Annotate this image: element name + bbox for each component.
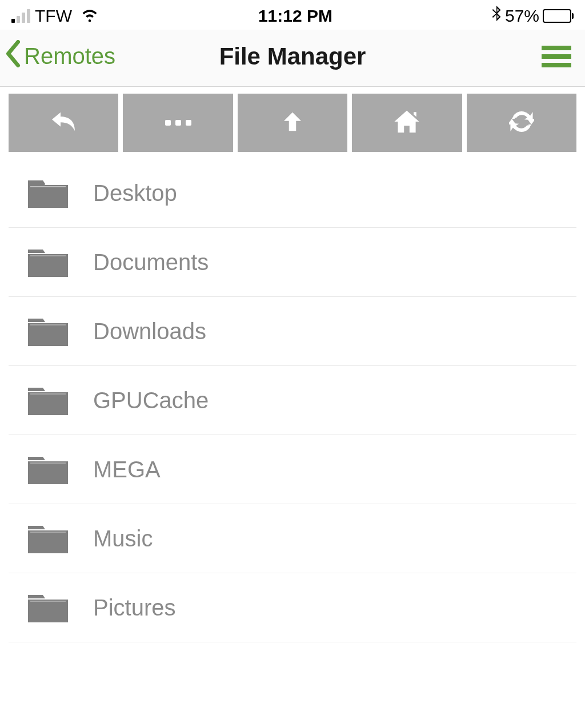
- svg-rect-4: [30, 255, 66, 256]
- svg-rect-9: [28, 461, 68, 484]
- folder-icon: [26, 245, 70, 279]
- battery-pct: 57%: [505, 6, 539, 26]
- menu-button[interactable]: [539, 43, 574, 70]
- page-title: File Manager: [219, 43, 366, 70]
- list-item[interactable]: Downloads: [9, 297, 576, 366]
- more-options-button[interactable]: [123, 94, 233, 152]
- home-icon: [393, 109, 420, 136]
- svg-rect-2: [30, 186, 66, 187]
- toolbar: [0, 87, 585, 159]
- folder-icon: [26, 383, 70, 417]
- file-name: Music: [93, 526, 153, 552]
- bluetooth-icon: [491, 6, 502, 27]
- refresh-button[interactable]: [467, 94, 576, 152]
- battery-icon: [543, 9, 574, 23]
- file-list: Desktop Documents Downloads GPUCache MEG…: [0, 159, 585, 642]
- carrier-label: TFW: [35, 6, 72, 26]
- list-item[interactable]: Pictures: [9, 573, 576, 642]
- svg-rect-14: [30, 601, 66, 602]
- file-name: Documents: [93, 250, 209, 275]
- nav-bar: Remotes File Manager: [0, 30, 585, 87]
- svg-rect-12: [30, 532, 66, 533]
- status-bar: TFW 11:12 PM 57%: [0, 0, 585, 30]
- reply-arrow-icon: [49, 109, 78, 136]
- status-left: TFW: [11, 6, 99, 26]
- folder-icon: [26, 314, 70, 348]
- back-button[interactable]: Remotes: [5, 40, 115, 73]
- back-label: Remotes: [24, 43, 115, 69]
- svg-rect-1: [28, 185, 68, 208]
- svg-rect-7: [28, 392, 68, 415]
- refresh-icon: [509, 109, 534, 136]
- svg-rect-5: [28, 323, 68, 346]
- status-right: 57%: [491, 6, 574, 27]
- list-item[interactable]: Desktop: [9, 159, 576, 228]
- svg-rect-11: [28, 530, 68, 553]
- svg-rect-6: [30, 324, 66, 325]
- folder-icon: [26, 521, 70, 556]
- home-button[interactable]: [352, 94, 462, 152]
- svg-rect-10: [30, 462, 66, 464]
- up-directory-button[interactable]: [238, 94, 347, 152]
- file-name: Desktop: [93, 180, 177, 206]
- back-history-button[interactable]: [9, 94, 118, 152]
- list-item[interactable]: Documents: [9, 228, 576, 297]
- svg-rect-13: [28, 600, 68, 622]
- list-item[interactable]: GPUCache: [9, 366, 576, 435]
- svg-rect-3: [28, 254, 68, 277]
- status-time: 11:12 PM: [258, 6, 332, 26]
- file-name: MEGA: [93, 457, 161, 482]
- file-name: GPUCache: [93, 388, 209, 413]
- ellipsis-icon: [165, 120, 191, 126]
- list-item[interactable]: MEGA: [9, 435, 576, 504]
- file-name: Pictures: [93, 595, 176, 621]
- chevron-left-icon: [5, 40, 22, 73]
- signal-icon: [11, 9, 30, 23]
- hamburger-icon: [542, 46, 571, 50]
- arrow-up-icon: [281, 109, 304, 136]
- folder-icon: [26, 176, 70, 210]
- svg-rect-8: [30, 393, 66, 395]
- list-item[interactable]: Music: [9, 504, 576, 573]
- folder-icon: [26, 452, 70, 486]
- wifi-icon: [80, 6, 99, 26]
- folder-icon: [26, 590, 70, 625]
- file-name: Downloads: [93, 319, 206, 344]
